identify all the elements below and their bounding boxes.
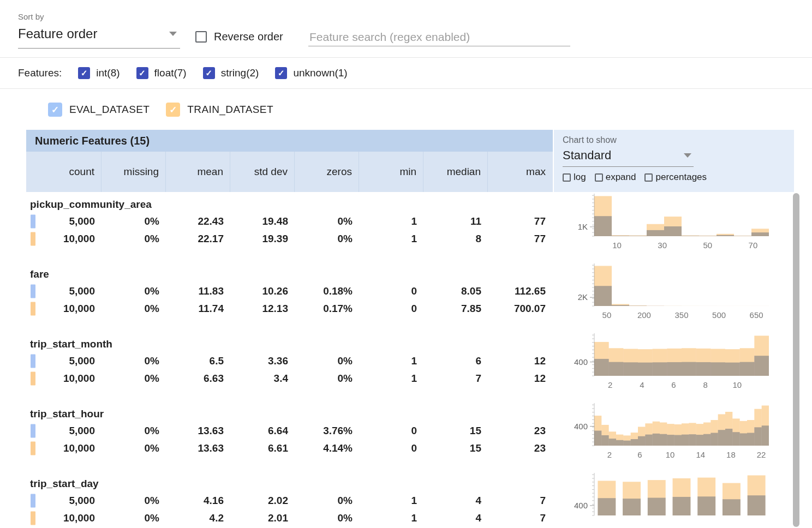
table-header: Numeric Features (15) countmissingmeanst… [26, 130, 794, 192]
histogram-bar-train [740, 348, 755, 376]
stat-cell-missing: 0% [101, 512, 166, 524]
histogram-bar-train [638, 427, 645, 446]
feature-block: trip_start_day5,0000%4.162.020%14710,000… [26, 471, 794, 528]
stat-cell-median: 8.05 [423, 285, 488, 297]
scrollbar-thumb[interactable] [793, 193, 799, 527]
feature-type-label: unknown(1) [293, 67, 347, 79]
stat-cell-max: 77 [488, 233, 552, 245]
y-axis-tick-label: 2K [578, 292, 588, 302]
dataset-toggle-train[interactable]: ✓TRAIN_DATASET [166, 103, 273, 117]
feature-histogram[interactable]: 4002610141822 [553, 401, 794, 471]
feature-type-label: int(8) [96, 67, 120, 79]
feature-histogram[interactable]: 400 [553, 471, 794, 528]
y-axis-tick-label: 1K [578, 222, 588, 231]
stat-cell-zeros: 0.17% [295, 303, 359, 315]
feature-type-filter-unknown[interactable]: ✓unknown(1) [275, 67, 347, 79]
stat-row-train: 10,0000%13.636.614.14%01523 [26, 440, 553, 457]
feature-stats: trip_start_hour5,0000%13.636.643.76%0152… [26, 401, 553, 457]
stat-cell-mean: 22.17 [166, 233, 230, 245]
x-axis-tick-label: 2 [608, 380, 612, 389]
stat-cell-missing: 0% [101, 425, 166, 437]
column-header-median[interactable]: median [423, 152, 488, 192]
feature-type-filter-string[interactable]: ✓string(2) [203, 67, 259, 79]
stat-cell-std-dev: 12.13 [230, 303, 295, 315]
checkbox-unchecked-icon [595, 173, 603, 182]
stat-cell-std-dev: 3.4 [230, 373, 295, 385]
reverse-order-label: Reverse order [214, 31, 283, 43]
table-left-header: Numeric Features (15) countmissingmeanst… [26, 130, 553, 192]
stat-cell-max: 77 [488, 215, 552, 227]
dataset-toggle-eval[interactable]: ✓EVAL_DATASET [48, 103, 150, 117]
feature-histogram[interactable]: 2K50200350500650 [553, 262, 794, 332]
histogram-bar-train [754, 335, 769, 376]
column-header-std-dev[interactable]: std dev [230, 152, 295, 192]
stat-cell-missing: 0% [101, 215, 166, 227]
column-header-max[interactable]: max [488, 152, 552, 192]
dataset-swatch [31, 494, 35, 508]
x-axis-tick-label: 50 [602, 310, 612, 320]
column-header-count[interactable]: count [26, 152, 101, 192]
stat-cell-min: 1 [359, 512, 423, 524]
feature-search-input[interactable] [308, 28, 570, 46]
reverse-order-checkbox[interactable]: Reverse order [195, 31, 283, 43]
histogram-bar-train [751, 229, 769, 236]
dataset-swatch [31, 512, 35, 525]
checkbox-unchecked-icon [563, 173, 571, 182]
log-checkbox[interactable]: log [563, 172, 586, 183]
feature-name: trip_start_day [26, 471, 553, 492]
feature-histogram[interactable]: 400246810 [553, 332, 794, 401]
histogram-bar-train [710, 349, 725, 376]
percentages-checkbox[interactable]: percentages [644, 172, 707, 183]
x-axis-tick-label: 14 [696, 450, 705, 459]
column-header-missing[interactable]: missing [101, 152, 166, 192]
feature-type-filter-float[interactable]: ✓float(7) [136, 67, 187, 79]
histogram-bar-train [740, 421, 747, 446]
histogram-bar-train [673, 478, 691, 515]
stat-cell-max: 700.07 [488, 303, 552, 315]
x-axis-tick-label: 2 [607, 450, 612, 459]
histogram-bar-train [609, 431, 616, 446]
histogram-bar-train [638, 349, 653, 376]
feature-block: trip_start_month5,0000%6.53.360%161210,0… [26, 332, 794, 401]
feature-histogram[interactable]: 1K10305070 [553, 192, 794, 262]
stat-cell-max: 7 [488, 512, 552, 524]
vertical-scrollbar [792, 192, 800, 528]
stat-cell-std-dev: 19.39 [230, 233, 295, 245]
x-axis-tick-label: 70 [749, 241, 758, 250]
histogram-bar-train [762, 405, 769, 446]
chart-panel: Chart to show Standard logexpandpercenta… [554, 130, 794, 192]
sort-by-select[interactable]: Feature order [18, 26, 180, 49]
histogram-bar-train [723, 483, 741, 515]
histogram-bar-train [699, 236, 717, 236]
stat-cell-max: 112.65 [488, 285, 552, 297]
stat-cell-min: 0 [359, 285, 423, 297]
feature-name: fare [26, 262, 553, 283]
stat-cell-missing: 0% [101, 233, 166, 245]
histogram-bar-train [682, 348, 696, 376]
stat-cell-mean: 4.16 [166, 495, 230, 507]
dataset-swatch [31, 285, 35, 298]
stat-cell-median: 7.85 [423, 303, 488, 315]
chart-type-select[interactable]: Standard [563, 148, 694, 167]
dataset-swatch [31, 442, 35, 455]
feature-type-filter-row: Features: ✓int(8)✓float(7)✓string(2)✓unk… [0, 57, 812, 89]
column-header-zeros[interactable]: zeros [295, 152, 359, 192]
feature-stats: pickup_community_area5,0000%22.4319.480%… [26, 192, 553, 248]
expand-checkbox[interactable]: expand [595, 172, 636, 183]
histogram-bar-train [703, 422, 710, 446]
column-header-row: countmissingmeanstd devzerosminmedianmax [26, 152, 553, 192]
feature-type-filter-int[interactable]: ✓int(8) [78, 67, 120, 79]
stat-cell-zeros: 4.14% [295, 442, 359, 454]
column-header-mean[interactable]: mean [166, 152, 230, 192]
stat-cell-missing: 0% [101, 442, 166, 454]
dataset-label: TRAIN_DATASET [187, 104, 273, 116]
histogram-bar-train [696, 349, 711, 376]
column-header-min[interactable]: min [359, 152, 423, 192]
dataset-swatch [31, 232, 35, 246]
chart-toggle-row: logexpandpercentages [563, 172, 794, 183]
histogram-bar-train [682, 236, 699, 236]
numeric-features-title: Numeric Features (15) [26, 130, 553, 152]
histogram-bar-train [725, 412, 732, 446]
stat-cell-count: 10,000 [26, 233, 101, 245]
histogram-bar-train [594, 342, 609, 376]
